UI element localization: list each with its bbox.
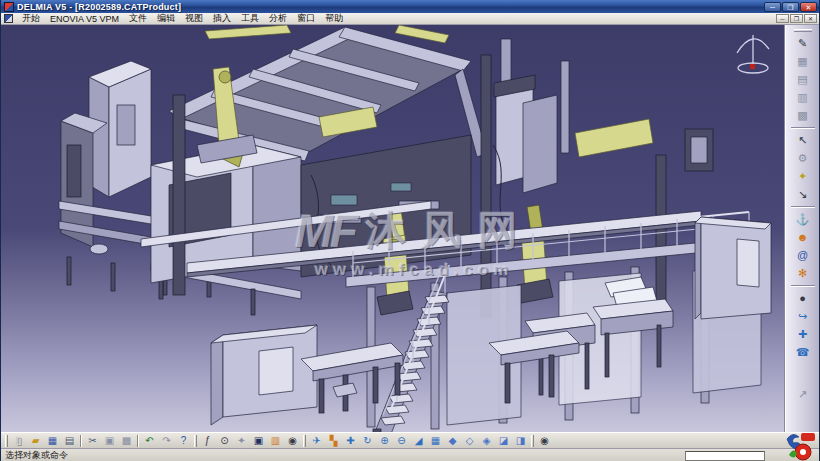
delmia-app-icon <box>4 2 14 12</box>
fly-mode-icon[interactable]: ✈ <box>308 434 325 448</box>
cad-model-canvas: .f-xl{fill:#dfdfee;stroke:#23233c;stroke… <box>1 25 785 432</box>
cut-icon[interactable]: ✂ <box>84 434 101 448</box>
corner-logos[interactable] <box>777 429 819 461</box>
print-icon[interactable]: ▤ <box>61 434 78 448</box>
spiral-icon[interactable]: @ <box>792 247 814 264</box>
grid-icon[interactable]: ▩ <box>792 107 814 124</box>
function-icon[interactable]: ƒ <box>199 434 216 448</box>
help-icon[interactable]: ? <box>175 434 192 448</box>
child-restore-button[interactable]: ❐ <box>790 14 803 23</box>
toolbar-grip[interactable] <box>794 29 812 32</box>
menu-help[interactable]: 帮助 <box>320 12 348 25</box>
toolbar-separator <box>791 206 815 208</box>
menu-file[interactable]: 文件 <box>124 12 152 25</box>
multi-view-icon[interactable]: ▚ <box>325 434 342 448</box>
standard-toolbar: ▯ ▰ ▦ ▤ ✂ ▣ ▩ ↶ ↷ ? ƒ ⊙ ✦ ▣ ▥ ◉ ✈ ▚ ✚ ↻ … <box>1 432 819 448</box>
menu-enovia[interactable]: ENOVIA V5 VPM <box>45 14 124 24</box>
script-icon[interactable]: ✦ <box>233 434 250 448</box>
zoom-in-icon[interactable]: ⊕ <box>376 434 393 448</box>
workbench-icon <box>4 14 13 23</box>
select-icon[interactable]: ↖ <box>792 132 814 149</box>
toolbar-separator <box>137 435 139 447</box>
menu-tools[interactable]: 工具 <box>236 12 264 25</box>
toolbar-grip[interactable] <box>5 435 8 447</box>
3d-viewport[interactable]: .f-xl{fill:#dfdfee;stroke:#23233c;stroke… <box>1 25 785 432</box>
toolbar-separator <box>80 435 82 447</box>
frame-icon[interactable]: ▥ <box>792 89 814 106</box>
status-message: 选择对象或命令 <box>5 449 68 461</box>
chart-icon[interactable]: ▥ <box>267 434 284 448</box>
delmia-window: DELMIA V5 - [R2002589.CATProduct] ─ ❐ ✕ … <box>0 0 820 461</box>
sphere-cam-icon[interactable]: ● <box>792 290 814 307</box>
catalog-icon[interactable]: ▦ <box>792 53 814 70</box>
menu-edit[interactable]: 编辑 <box>152 12 180 25</box>
menu-start[interactable]: 开始 <box>17 12 45 25</box>
phone-icon[interactable]: ☎ <box>792 344 814 361</box>
power-input-field[interactable] <box>685 451 765 461</box>
anchor-icon[interactable]: ⚓ <box>792 211 814 228</box>
shaded-view-icon[interactable]: ◈ <box>478 434 495 448</box>
toolbar-grip[interactable] <box>194 435 197 447</box>
tool-blue-icon[interactable]: ✚ <box>792 326 814 343</box>
quad-view-icon[interactable]: ▦ <box>427 434 444 448</box>
menu-window[interactable]: 窗口 <box>292 12 320 25</box>
manikin-icon[interactable]: ☻ <box>792 229 814 246</box>
menu-analyze[interactable]: 分析 <box>264 12 292 25</box>
open-folder-icon[interactable]: ▰ <box>27 434 44 448</box>
camera-icon[interactable]: ◉ <box>536 434 553 448</box>
maximize-button[interactable]: ❐ <box>782 2 799 12</box>
wireframe-view-icon[interactable]: ◇ <box>461 434 478 448</box>
child-close-button[interactable]: ✕ <box>804 14 817 23</box>
render-style-icon[interactable]: ◨ <box>512 434 529 448</box>
right-toolbar: ✎ ▦ ▤ ▥ ▩ ↖ ⚙ ✦ ↘ ⚓ ☻ @ ✻ ● ↪ ✚ ☎ ↗ <box>785 25 819 432</box>
flower-gear-icon[interactable]: ✻ <box>792 265 814 282</box>
iso-view-icon[interactable]: ◆ <box>444 434 461 448</box>
wand-icon[interactable]: ✦ <box>792 168 814 185</box>
close-button[interactable]: ✕ <box>800 2 817 12</box>
gear-icon[interactable]: ⚙ <box>792 150 814 167</box>
product-structure-icon[interactable]: ▤ <box>792 71 814 88</box>
arrow-tool-icon[interactable]: ↘ <box>792 186 814 203</box>
curve-arrow-icon[interactable]: ↪ <box>792 308 814 325</box>
rotate-icon[interactable]: ↻ <box>359 434 376 448</box>
status-bar: 选择对象或命令 <box>1 448 819 461</box>
paste-icon[interactable]: ▩ <box>118 434 135 448</box>
workbench-monitor-icon[interactable]: ▣ <box>250 434 267 448</box>
undo-icon[interactable]: ↶ <box>141 434 158 448</box>
hidden-line-view-icon[interactable]: ◪ <box>495 434 512 448</box>
window-title: DELMIA V5 - [R2002589.CATProduct] <box>17 2 181 12</box>
sketch-icon[interactable]: ✎ <box>792 35 814 52</box>
copy-icon[interactable]: ▣ <box>101 434 118 448</box>
menu-insert[interactable]: 插入 <box>208 12 236 25</box>
new-document-icon[interactable]: ▯ <box>10 434 27 448</box>
child-minimize-button[interactable]: ─ <box>776 14 789 23</box>
search-icon[interactable]: ⊙ <box>216 434 233 448</box>
redo-icon[interactable]: ↷ <box>158 434 175 448</box>
menu-bar: 开始 ENOVIA V5 VPM 文件 编辑 视图 插入 工具 分析 窗口 帮助… <box>1 13 819 25</box>
minimize-button[interactable]: ─ <box>764 2 781 12</box>
link-icon[interactable]: ◉ <box>284 434 301 448</box>
toolbar-grip[interactable] <box>531 435 534 447</box>
save-icon[interactable]: ▦ <box>44 434 61 448</box>
pan-icon[interactable]: ✚ <box>342 434 359 448</box>
normal-view-icon[interactable]: ◢ <box>410 434 427 448</box>
menu-view[interactable]: 视图 <box>180 12 208 25</box>
zoom-out-icon[interactable]: ⊖ <box>393 434 410 448</box>
toolbar-separator <box>791 285 815 287</box>
toolbar-grip[interactable] <box>303 435 306 447</box>
toolbar-separator <box>791 127 815 129</box>
measure-diagonal-icon[interactable]: ↗ <box>792 386 814 403</box>
